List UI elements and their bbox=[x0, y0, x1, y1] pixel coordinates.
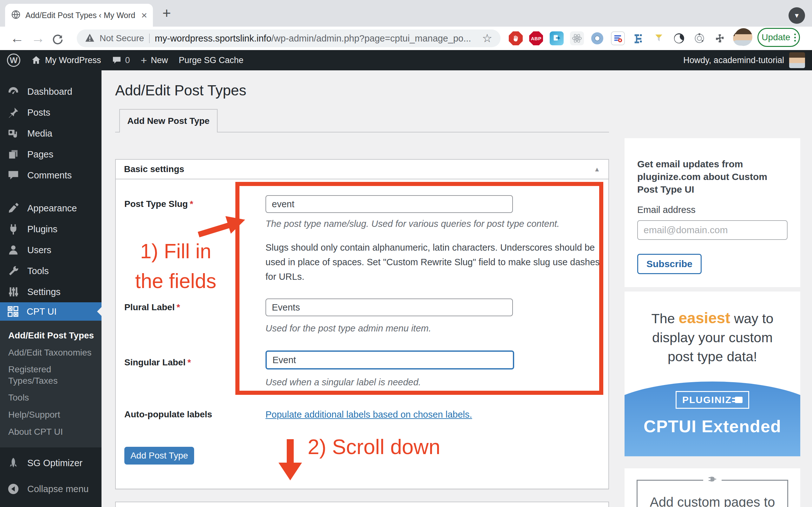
email-signup-heading: Get email updates from pluginize.com abo… bbox=[637, 158, 790, 196]
admin-bar-new[interactable]: + New bbox=[141, 54, 168, 66]
home-icon bbox=[31, 55, 41, 65]
singular-description: Used when a singular label is needed. bbox=[265, 377, 421, 388]
comment-bubble-icon bbox=[112, 55, 121, 65]
funnel-icon[interactable] bbox=[651, 31, 666, 46]
reload-icon[interactable] bbox=[51, 31, 64, 51]
subscribe-button[interactable]: Subscribe bbox=[637, 254, 702, 274]
sidebar-item-settings[interactable]: Settings bbox=[0, 281, 101, 302]
media-icon bbox=[7, 127, 20, 139]
update-button[interactable]: Update bbox=[757, 28, 800, 47]
pluginize-logo: PLUGINIZ bbox=[676, 391, 749, 409]
ad-blue-banner: PLUGINIZ CPTUI Extended bbox=[624, 382, 800, 456]
submenu-help-support[interactable]: Help/Support bbox=[0, 406, 101, 424]
tab-close-icon[interactable]: × bbox=[141, 10, 147, 20]
autopopulate-link[interactable]: Populate additional labels based on chos… bbox=[265, 409, 472, 420]
email-signup-card: Get email updates from pluginize.com abo… bbox=[624, 138, 800, 287]
sidebar-item-sg-optimizer[interactable]: SG Optimizer bbox=[0, 452, 101, 473]
browser-tab[interactable]: Add/Edit Post Types ‹ My Word × bbox=[5, 4, 153, 26]
list-blocker-icon[interactable] bbox=[610, 31, 625, 46]
forward-icon[interactable]: → bbox=[31, 28, 45, 48]
panel-title: Basic settings bbox=[124, 164, 184, 174]
adblock-plus-icon[interactable]: ABP bbox=[528, 31, 544, 46]
url-text: my-wordpress.sportslink.info/wp-admin/ad… bbox=[155, 33, 471, 44]
ad-headline: The easiest way to display your custom p… bbox=[624, 308, 800, 366]
autopopulate-label: Auto-populate labels bbox=[124, 409, 212, 419]
plural-label-input[interactable] bbox=[265, 298, 513, 316]
sidebar-item-comments[interactable]: Comments bbox=[0, 165, 101, 186]
sliders-icon bbox=[7, 286, 20, 298]
cptui-grid-icon bbox=[7, 305, 19, 318]
orbit-icon[interactable] bbox=[692, 31, 707, 46]
howdy-label[interactable]: Howdy, academind-tutorial bbox=[683, 55, 784, 65]
sidebar-item-tools[interactable]: Tools bbox=[0, 261, 101, 281]
submenu-add-edit-post-types[interactable]: Add/Edit Post Types bbox=[0, 327, 101, 344]
admin-bar-site-link[interactable]: My WordPress bbox=[31, 55, 101, 65]
submenu-registered-types-taxes[interactable]: Registered Types/Taxes bbox=[0, 361, 83, 389]
collapse-arrow-icon bbox=[7, 483, 20, 495]
globe-favicon-icon bbox=[11, 9, 21, 21]
sidebar-item-pages[interactable]: Pages bbox=[0, 144, 101, 165]
sidebar-item-posts[interactable]: Posts bbox=[0, 102, 101, 123]
new-tab-button[interactable]: + bbox=[162, 4, 171, 21]
add-post-type-button[interactable]: Add Post Type bbox=[124, 447, 194, 464]
browser-profile-avatar[interactable] bbox=[734, 28, 752, 46]
sidebar-item-media[interactable]: Media bbox=[0, 123, 101, 144]
submenu-add-edit-taxonomies[interactable]: Add/Edit Taxonomies bbox=[0, 344, 101, 361]
plural-label: Plural Label* bbox=[124, 302, 180, 313]
plug-icon bbox=[7, 223, 20, 235]
cptui-extended-ad[interactable]: The easiest way to display your custom p… bbox=[624, 291, 800, 456]
sidebar-item-plugins[interactable]: Plugins bbox=[0, 219, 101, 239]
main-content: Add/Edit Post Types Add New Post Type Ba… bbox=[101, 70, 812, 507]
sidebar-item-appearance[interactable]: Appearance bbox=[0, 198, 101, 219]
address-bar[interactable]: Not Secure my-wordpress.sportslink.info/… bbox=[77, 30, 501, 47]
admin-avatar[interactable] bbox=[789, 52, 805, 68]
tab-title: Add/Edit Post Types ‹ My Word bbox=[26, 11, 137, 20]
rocket-icon bbox=[7, 457, 20, 469]
paintbrush-icon bbox=[7, 202, 20, 214]
girder-grid-icon[interactable] bbox=[630, 31, 646, 46]
share-pages-icon[interactable] bbox=[549, 31, 564, 46]
cptui-submenu: Add/Edit Post Types Add/Edit Taxonomies … bbox=[0, 321, 101, 447]
post-type-slug-input[interactable] bbox=[265, 195, 513, 213]
admin-bar-purge-cache[interactable]: Purge SG Cache bbox=[179, 55, 243, 65]
slug-description: The post type name/slug. Used for variou… bbox=[265, 219, 560, 229]
singular-label-input[interactable] bbox=[265, 350, 514, 370]
menu-separator bbox=[0, 186, 101, 198]
bookmark-star-icon[interactable]: ☆ bbox=[482, 32, 492, 45]
sidebar-item-cpt-ui[interactable]: CPT UI bbox=[0, 302, 101, 321]
pages-icon bbox=[7, 148, 20, 160]
extensions-row: ABP bbox=[508, 29, 748, 48]
wp-logo-icon[interactable]: W bbox=[7, 54, 20, 67]
sidebar-item-dashboard[interactable]: Dashboard bbox=[0, 81, 101, 102]
submenu-about-cpt-ui[interactable]: About CPT UI bbox=[0, 424, 101, 441]
extensions-puzzle-icon[interactable] bbox=[712, 31, 728, 46]
teaser-card: Add custom pages to bbox=[624, 468, 800, 507]
dark-mode-moon-icon[interactable] bbox=[671, 31, 687, 46]
page-title: Add/Edit Post Types bbox=[115, 82, 246, 99]
teaser-plug-icon bbox=[703, 474, 722, 485]
dashboard-icon bbox=[7, 85, 20, 98]
react-devtools-icon[interactable] bbox=[569, 31, 585, 46]
sidebar-item-users[interactable]: Users bbox=[0, 239, 101, 261]
tab-add-new-post-type[interactable]: Add New Post Type bbox=[119, 109, 217, 132]
security-label: Not Secure bbox=[100, 33, 144, 43]
email-field-label: Email address bbox=[637, 205, 788, 215]
content-blocker-hand-icon[interactable] bbox=[508, 31, 523, 46]
swirl-circle-icon[interactable] bbox=[590, 31, 605, 46]
email-input[interactable] bbox=[637, 220, 788, 240]
teaser-text: Add custom pages to bbox=[638, 495, 787, 507]
plus-icon: + bbox=[141, 54, 147, 66]
panel-collapse-icon[interactable]: ▲ bbox=[594, 166, 600, 173]
annotation-step2: 2) Scroll down bbox=[308, 435, 440, 459]
collapse-menu-button[interactable]: Collapse menu bbox=[0, 478, 101, 499]
submenu-tools[interactable]: Tools bbox=[0, 389, 101, 406]
kebab-menu-icon bbox=[794, 34, 796, 42]
current-menu-arrow bbox=[93, 307, 101, 316]
annotation-step1: 1) Fill in the fields bbox=[117, 236, 235, 296]
not-secure-warning-icon bbox=[85, 33, 95, 43]
tab-search-icon[interactable]: ▼ bbox=[789, 7, 805, 24]
slug-note: Slugs should only contain alphanumeric, … bbox=[265, 240, 606, 284]
annotation-arrow-down-icon bbox=[278, 463, 302, 481]
admin-bar-comments[interactable]: 0 bbox=[112, 55, 130, 65]
back-icon[interactable]: ← bbox=[10, 28, 24, 48]
